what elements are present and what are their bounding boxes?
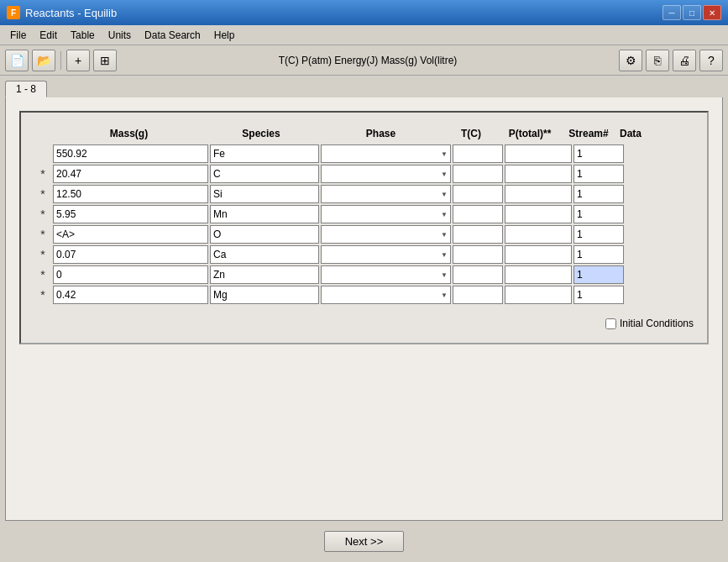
add-button[interactable]: + xyxy=(66,50,90,71)
row-7-phase-wrapper xyxy=(321,286,451,304)
row-3-tc-input[interactable] xyxy=(453,205,503,223)
new-button[interactable]: 📄 xyxy=(5,50,29,71)
table-row: * xyxy=(34,245,694,264)
row-2-phase-select[interactable] xyxy=(321,185,451,203)
row-3-mass-input[interactable] xyxy=(53,205,208,223)
table-row: * xyxy=(34,185,694,203)
row-2-stream-input[interactable] xyxy=(573,185,624,203)
next-button[interactable]: Next >> xyxy=(324,531,405,552)
row-4-plus: * xyxy=(34,228,51,241)
row-7-species-input[interactable] xyxy=(210,286,319,304)
row-5-ptotal-input[interactable] xyxy=(505,245,572,264)
table-header: Mass(g) Species Phase T(C) P(total)** St… xyxy=(34,126,694,141)
row-3-ptotal-input[interactable] xyxy=(505,205,572,223)
maximize-button[interactable]: □ xyxy=(683,5,701,20)
tab-content: Mass(g) Species Phase T(C) P(total)** St… xyxy=(5,97,723,521)
row-0-mass-input[interactable] xyxy=(53,144,208,163)
row-7-tc-input[interactable] xyxy=(453,286,503,304)
row-3-stream-input[interactable] xyxy=(573,205,624,223)
row-0-phase-wrapper xyxy=(321,144,451,163)
row-1-stream-input[interactable] xyxy=(573,165,624,183)
row-4-mass-input[interactable] xyxy=(53,225,208,244)
table-row: * xyxy=(34,265,694,284)
menu-table[interactable]: Table xyxy=(64,28,102,43)
table-row: * xyxy=(34,165,694,183)
row-5-species-input[interactable] xyxy=(210,245,319,264)
initial-conditions-area: Initial Conditions xyxy=(34,318,694,329)
row-6-ptotal-input[interactable] xyxy=(505,265,572,284)
row-1-tc-input[interactable] xyxy=(453,165,503,183)
initial-conditions-checkbox[interactable] xyxy=(605,318,616,329)
row-6-phase-select[interactable] xyxy=(321,265,451,284)
row-0-phase-select[interactable] xyxy=(321,144,451,163)
header-tc: T(C) xyxy=(446,126,496,141)
title-bar: F Reactants - Equilib ─ □ ✕ xyxy=(0,0,728,25)
row-0-tc-input[interactable] xyxy=(453,144,503,163)
minimize-button[interactable]: ─ xyxy=(663,5,681,20)
menu-datasearch[interactable]: Data Search xyxy=(138,28,207,43)
row-2-plus: * xyxy=(34,187,51,201)
row-1-ptotal-input[interactable] xyxy=(505,165,572,183)
reactants-table-container: Mass(g) Species Phase T(C) P(total)** St… xyxy=(19,111,709,344)
row-4-data-cell xyxy=(626,225,659,244)
row-1-species-input[interactable] xyxy=(210,165,319,183)
row-4-ptotal-input[interactable] xyxy=(505,225,572,244)
row-6-stream-input[interactable] xyxy=(573,265,624,284)
row-7-phase-select[interactable] xyxy=(321,286,451,304)
row-5-stream-input[interactable] xyxy=(573,245,624,264)
row-0-ptotal-input[interactable] xyxy=(505,144,572,163)
row-2-data-cell xyxy=(626,185,659,203)
row-6-species-input[interactable] xyxy=(210,265,319,284)
header-phase: Phase xyxy=(316,126,446,141)
row-2-mass-input[interactable] xyxy=(53,185,208,203)
toolbar-status: T(C) P(atm) Energy(J) Mass(g) Vol(litre) xyxy=(120,55,615,66)
copy-icon[interactable]: ⎘ xyxy=(646,50,669,71)
row-3-plus: * xyxy=(34,207,51,221)
header-data: Data xyxy=(614,126,647,141)
row-4-tc-input[interactable] xyxy=(453,225,503,244)
tab-1-8[interactable]: 1 - 8 xyxy=(5,81,47,97)
app-icon: F xyxy=(7,6,20,19)
row-2-species-input[interactable] xyxy=(210,185,319,203)
row-0-species-input[interactable] xyxy=(210,144,319,163)
header-species: Species xyxy=(207,126,316,141)
row-7-mass-input[interactable] xyxy=(53,286,208,304)
toolbar-separator xyxy=(60,51,61,70)
row-4-phase-select[interactable] xyxy=(321,225,451,244)
next-button-area: Next >> xyxy=(0,521,728,562)
menu-units[interactable]: Units xyxy=(102,28,138,43)
row-1-phase-wrapper xyxy=(321,165,451,183)
row-2-ptotal-input[interactable] xyxy=(505,185,572,203)
table-row: * xyxy=(34,225,694,244)
row-6-tc-input[interactable] xyxy=(453,265,503,284)
row-4-phase-wrapper xyxy=(321,225,451,244)
row-5-mass-input[interactable] xyxy=(53,245,208,264)
row-1-mass-input[interactable] xyxy=(53,165,208,183)
table-view-button[interactable]: ⊞ xyxy=(93,50,117,71)
help-icon[interactable]: ? xyxy=(699,50,723,71)
row-4-species-input[interactable] xyxy=(210,225,319,244)
row-2-tc-input[interactable] xyxy=(453,185,503,203)
row-1-phase-select[interactable] xyxy=(321,165,451,183)
row-4-stream-input[interactable] xyxy=(573,225,624,244)
row-7-stream-input[interactable] xyxy=(573,286,624,304)
close-button[interactable]: ✕ xyxy=(703,5,721,20)
header-ptotal: P(total)** xyxy=(496,126,563,141)
row-0-stream-input[interactable] xyxy=(573,144,624,163)
filter-icon[interactable]: ⚙ xyxy=(619,50,642,71)
row-6-data-cell xyxy=(626,265,659,284)
initial-conditions-label: Initial Conditions xyxy=(620,318,694,329)
table-rows: ******* xyxy=(34,144,694,304)
open-button[interactable]: 📂 xyxy=(32,50,55,71)
row-5-phase-select[interactable] xyxy=(321,245,451,264)
row-7-ptotal-input[interactable] xyxy=(505,286,572,304)
menu-help[interactable]: Help xyxy=(207,28,242,43)
print-icon[interactable]: 🖨 xyxy=(673,50,696,71)
row-5-tc-input[interactable] xyxy=(453,245,503,264)
row-3-phase-select[interactable] xyxy=(321,205,451,223)
menu-file[interactable]: File xyxy=(3,28,33,43)
row-6-mass-input[interactable] xyxy=(53,265,208,284)
menu-edit[interactable]: Edit xyxy=(33,28,64,43)
row-1-data-cell xyxy=(626,165,659,183)
row-3-species-input[interactable] xyxy=(210,205,319,223)
